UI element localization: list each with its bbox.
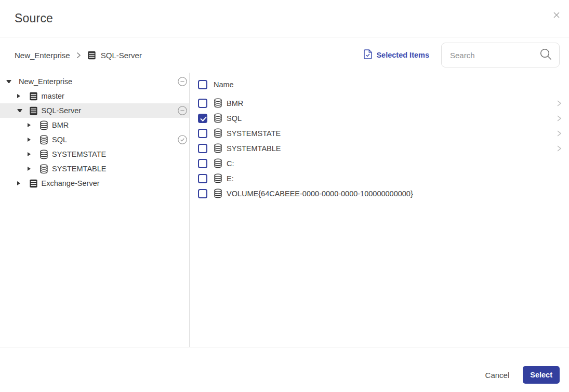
caret-icon[interactable] [28, 123, 33, 127]
row-checkbox[interactable] [198, 144, 207, 153]
database-icon [214, 158, 222, 168]
tree-node-label: SYSTEMTABLE [52, 165, 106, 173]
caret-icon[interactable] [17, 181, 22, 185]
database-icon [39, 135, 48, 145]
database-icon [214, 98, 222, 108]
main-split: New_Enterprise master SQL-Server BMR [0, 73, 569, 347]
source-dialog: Source New_Enterprise SQL-Server Selecte… [0, 0, 569, 392]
chevron-right-icon[interactable] [557, 100, 562, 107]
list-row[interactable]: E: [190, 171, 569, 186]
chevron-right-icon[interactable] [557, 145, 562, 152]
tree-node-label: Exchange-Server [42, 179, 100, 187]
caret-icon[interactable] [17, 94, 22, 98]
row-label: C: [227, 159, 234, 168]
close-button[interactable] [550, 9, 563, 22]
dialog-footer: Cancel Select [0, 347, 569, 392]
tree-row[interactable]: master [0, 89, 189, 103]
database-icon [39, 150, 48, 159]
caret-icon[interactable] [28, 138, 33, 142]
database-icon [39, 120, 48, 130]
check-circle-icon [178, 135, 187, 144]
select-all-checkbox[interactable] [198, 80, 207, 89]
row-label: SYSTEMSTATE [227, 129, 281, 138]
breadcrumb-chevron-icon [76, 52, 81, 59]
tree-row[interactable]: SQL [0, 132, 189, 147]
minus-circle-icon [178, 106, 187, 115]
tree-node-label: New_Enterprise [19, 77, 72, 86]
file-check-icon [364, 49, 372, 61]
server-icon [29, 92, 38, 101]
cancel-button[interactable]: Cancel [485, 366, 510, 384]
list-row[interactable]: SQL [190, 111, 569, 126]
row-label: BMR [227, 99, 243, 107]
caret-icon[interactable] [17, 109, 22, 112]
tree-row[interactable]: SYSTEMTABLE [0, 161, 189, 176]
caret-icon[interactable] [28, 167, 33, 171]
select-button[interactable]: Select [523, 366, 560, 384]
selected-items-label: Selected Items [376, 51, 429, 59]
dialog-title: Source [15, 11, 53, 25]
row-label: VOLUME{64CABEEE-0000-0000-0000-100000000… [227, 190, 413, 198]
tree-node-label: BMR [52, 121, 69, 129]
search-icon[interactable] [540, 48, 552, 62]
database-icon [214, 143, 222, 153]
tree-row[interactable]: SQL-Server [0, 103, 189, 118]
row-label: E: [227, 174, 234, 183]
tree-row[interactable]: SYSTEMSTATE [0, 147, 189, 161]
row-label: SYSTEMTABLE [227, 144, 281, 153]
list-row[interactable]: VOLUME{64CABEEE-0000-0000-0000-100000000… [190, 186, 569, 201]
chevron-right-icon[interactable] [557, 130, 562, 137]
source-tree: New_Enterprise master SQL-Server BMR [0, 73, 190, 347]
caret-icon[interactable] [6, 80, 11, 83]
row-checkbox[interactable] [198, 114, 207, 123]
server-icon [87, 51, 96, 60]
database-icon [214, 173, 222, 183]
tree-node-label: master [42, 92, 64, 100]
dialog-header: Source [0, 0, 569, 37]
tree-node-label: SYSTEMSTATE [52, 150, 106, 158]
search-box[interactable] [441, 43, 560, 67]
row-label: SQL [227, 114, 242, 123]
row-checkbox[interactable] [198, 174, 207, 183]
minus-circle-icon [178, 77, 187, 86]
row-checkbox[interactable] [198, 189, 207, 198]
name-column-header: Name [214, 80, 234, 89]
row-checkbox[interactable] [198, 159, 207, 168]
tree-row[interactable]: Exchange-Server [0, 176, 189, 191]
tree-row[interactable]: BMR [0, 118, 189, 132]
row-checkbox[interactable] [198, 129, 207, 138]
chevron-right-icon[interactable] [557, 115, 562, 122]
tree-node-label: SQL [52, 136, 67, 144]
database-icon [39, 164, 48, 174]
database-icon [214, 188, 222, 198]
selected-items-button[interactable]: Selected Items [364, 49, 429, 61]
list-row[interactable]: SYSTEMTABLE [190, 141, 569, 156]
caret-icon[interactable] [28, 152, 33, 156]
tree-row[interactable]: New_Enterprise [0, 74, 189, 89]
breadcrumb: New_Enterprise SQL-Server [15, 51, 142, 60]
close-icon [553, 11, 560, 20]
breadcrumb-current: SQL-Server [101, 51, 142, 60]
server-icon [29, 179, 38, 188]
toolbar: New_Enterprise SQL-Server Selected Items [0, 37, 569, 73]
row-checkbox[interactable] [198, 99, 207, 108]
tree-node-label: SQL-Server [42, 106, 82, 115]
server-icon [29, 106, 38, 115]
breadcrumb-root[interactable]: New_Enterprise [15, 51, 70, 60]
list-row[interactable]: SYSTEMSTATE [190, 126, 569, 141]
list-row[interactable]: C: [190, 156, 569, 171]
database-icon [214, 128, 222, 138]
content-list: Name BMR SQL SYSTEMSTATE [190, 73, 569, 347]
list-row[interactable]: BMR [190, 96, 569, 111]
list-header: Name [190, 77, 569, 92]
search-input[interactable] [450, 51, 540, 60]
database-icon [214, 113, 222, 123]
